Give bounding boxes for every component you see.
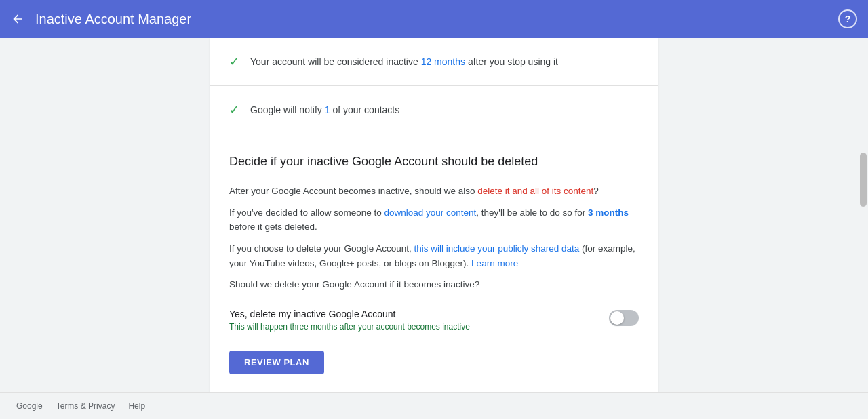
- main-content: ✓ Your account will be considered inacti…: [0, 38, 868, 419]
- contact-count: 1: [325, 104, 330, 115]
- toggle-thumb: [610, 311, 624, 325]
- back-button[interactable]: [11, 12, 24, 26]
- footer-terms-link[interactable]: Terms & Privacy: [56, 401, 115, 411]
- delete-account-toggle[interactable]: [609, 310, 639, 326]
- review-plan-button[interactable]: REVIEW PLAN: [229, 351, 324, 374]
- inactive-period-text: Your account will be considered inactive…: [250, 55, 558, 69]
- help-button[interactable]: ?: [838, 9, 857, 28]
- notify-contacts-row: ✓ Google will notify 1 of your contacts: [210, 86, 658, 134]
- public-data-link[interactable]: this will include your publicly shared d…: [414, 243, 579, 254]
- page-title: Inactive Account Manager: [35, 12, 838, 27]
- footer: Google Terms & Privacy Help: [0, 392, 868, 419]
- inactive-period-row: ✓ Your account will be considered inacti…: [210, 38, 658, 86]
- learn-more-link[interactable]: Learn more: [471, 258, 518, 268]
- scrollbar-thumb: [860, 153, 867, 207]
- toggle-sublabel: This will happen three months after your…: [229, 322, 470, 332]
- delete-paragraph-3: If you choose to delete your Google Acco…: [229, 241, 639, 271]
- delete-link[interactable]: delete it and all of its content: [477, 186, 593, 196]
- footer-google-link[interactable]: Google: [16, 401, 43, 411]
- delete-section-title: Decide if your inactive Google Account s…: [229, 153, 639, 170]
- toggle-label: Yes, delete my inactive Google Account: [229, 308, 470, 319]
- footer-help-link[interactable]: Help: [128, 401, 145, 411]
- check-icon-2: ✓: [229, 102, 239, 117]
- scrollbar-track[interactable]: [859, 38, 868, 419]
- delete-section: Decide if your inactive Google Account s…: [210, 134, 658, 396]
- inactive-months: 12 months: [421, 56, 465, 67]
- delete-paragraph-1: After your Google Account becomes inacti…: [229, 184, 639, 199]
- notify-contacts-text: Google will notify 1 of your contacts: [250, 103, 399, 117]
- header: Inactive Account Manager ?: [0, 0, 868, 38]
- check-icon-1: ✓: [229, 54, 239, 69]
- toggle-label-group: Yes, delete my inactive Google Account T…: [229, 308, 470, 332]
- toggle-row: Yes, delete my inactive Google Account T…: [229, 308, 639, 332]
- content-card: ✓ Your account will be considered inacti…: [210, 38, 658, 419]
- delete-paragraph-2: If you've decided to allow someone to do…: [229, 205, 639, 235]
- delete-paragraph-4: Should we delete your Google Account if …: [229, 277, 639, 292]
- download-content-link[interactable]: download your content: [384, 207, 476, 218]
